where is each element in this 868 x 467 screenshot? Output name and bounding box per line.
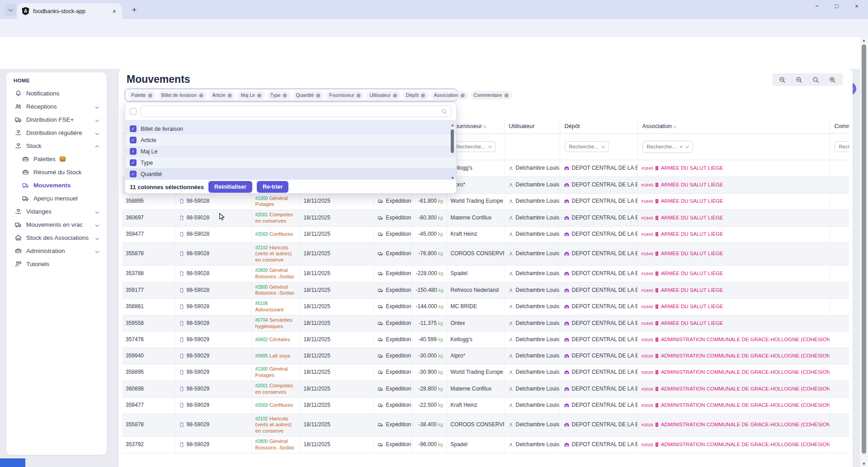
tab-close-icon[interactable]: × [111, 8, 118, 15]
column-search-input[interactable] [141, 105, 452, 117]
remove-icon[interactable]: ⊗ [504, 92, 509, 98]
cell-association[interactable]: #1840ARMÉE DU SALUT LIÈGE [637, 266, 830, 282]
table-row[interactable]: 358895 98-59029 #1300 Général Potages 18… [122, 364, 849, 381]
cell-billet[interactable]: 98-59028 [175, 266, 251, 282]
filter-chip[interactable]: Palette ⊗ [128, 91, 156, 100]
remove-icon[interactable]: ⊗ [198, 92, 203, 98]
filter-chip[interactable]: Type ⊗ [267, 91, 291, 100]
cell-billet[interactable]: 98-59029 [175, 332, 251, 348]
sidebar-item[interactable]: Administration [6, 244, 107, 257]
association-filter[interactable]: Recherche...× [642, 141, 693, 153]
cell-association[interactable]: #2026ADMINISTRATION COMMUNALE DE GRACE-H… [637, 348, 830, 364]
cell-association[interactable]: #2026ADMINISTRATION COMMUNALE DE GRACE-H… [637, 332, 830, 348]
cell-billet[interactable]: 98-59029 [175, 437, 251, 453]
table-row[interactable]: 360697 98-59028 #2001 Compotes en conser… [122, 210, 849, 227]
chevron-icon[interactable] [95, 131, 99, 134]
zoom-out-icon[interactable] [778, 76, 786, 84]
remove-icon[interactable]: ⊗ [316, 92, 321, 98]
filter-chips-bar[interactable]: Palette ⊗ Billet de livraison ⊗ Article … [125, 89, 458, 101]
table-row[interactable]: 359177 98-59028 #2800 Général Boissons -… [122, 282, 849, 299]
table-row[interactable]: 359558 98-59028 #6704 Serviettes hygiéni… [122, 315, 849, 332]
cell-billet[interactable]: 98-59029 [175, 348, 251, 364]
cell-association[interactable]: #1840ARMÉE DU SALUT LIÈGE [637, 210, 830, 227]
scroll-up-icon[interactable]: ▲ [450, 123, 455, 127]
header-utilisateur[interactable]: Utilisateur [504, 119, 560, 133]
filter-chip[interactable]: Commentaire ⊗ [471, 91, 512, 100]
column-option[interactable]: ✓ Article [125, 134, 456, 146]
sidebar-item[interactable]: Distribution FSE+ [6, 113, 107, 126]
cell-association[interactable]: #1840ARMÉE DU SALUT LIÈGE [637, 243, 830, 265]
window-maximize-button[interactable]: □ [833, 3, 841, 10]
column-option[interactable]: ✓ Type [125, 157, 456, 168]
chevron-icon[interactable] [95, 118, 99, 121]
cell-billet[interactable]: 98-59028 [175, 210, 251, 227]
table-row[interactable]: 359477 98-59029 #2003 Confitures 18/11/2… [122, 397, 849, 414]
chevron-icon[interactable] [95, 105, 99, 108]
page-scrollbar[interactable]: ▲ ▼ [860, 37, 868, 467]
sidebar-item[interactable]: Distribution régulière [6, 126, 107, 139]
sidebar-item[interactable]: Stock des Associations [6, 231, 107, 244]
table-row[interactable]: 358861 98-59028 #5106 Adoucissant 18/11/… [122, 299, 849, 315]
header-association[interactable]: Association↑↓ [637, 119, 830, 133]
cell-billet[interactable]: 98-59029 [175, 414, 251, 436]
filter-chip[interactable]: Dépôt ⊗ [403, 91, 429, 100]
sidebar-item[interactable]: Mouvements [6, 179, 107, 192]
remove-icon[interactable]: ⊗ [420, 92, 425, 98]
cell-association[interactable]: #1840ARMÉE DU SALUT LIÈGE [637, 282, 830, 299]
table-row[interactable]: 357476 98-59029 #0402 Céréales 18/11/202… [122, 332, 849, 348]
remove-icon[interactable]: ⊗ [460, 92, 465, 98]
sidebar-item[interactable]: Aperçu mensuel [6, 192, 107, 205]
cell-association[interactable]: #2026ADMINISTRATION COMMUNALE DE GRACE-H… [637, 414, 830, 436]
checkbox-checked-icon[interactable]: ✓ [130, 137, 137, 143]
table-row[interactable]: 359477 98-59028 #2003 Confitures 18/11/2… [122, 226, 849, 243]
remove-icon[interactable]: ⊗ [148, 92, 153, 98]
dropdown-scrollbar[interactable]: ▲ ▼ [450, 123, 455, 180]
sidebar-item[interactable]: Stock [6, 139, 107, 152]
remove-icon[interactable]: ⊗ [356, 92, 361, 98]
search-icon[interactable] [812, 76, 820, 84]
sort-icon[interactable]: ↑↓ [673, 124, 676, 129]
filter-chip[interactable]: Quantité ⊗ [293, 91, 324, 100]
cell-association[interactable]: #1840ARMÉE DU SALUT LIÈGE [637, 176, 830, 193]
cell-billet[interactable]: 98-59029 [175, 364, 251, 381]
column-option[interactable]: ✓ Quantité [125, 168, 456, 180]
column-option[interactable]: ✓ Maj Le [125, 146, 456, 157]
cell-association[interactable]: #2026ADMINISTRATION COMMUNALE DE GRACE-H… [637, 397, 830, 414]
cell-association[interactable]: #2026ADMINISTRATION COMMUNALE DE GRACE-H… [637, 437, 830, 453]
chevron-icon[interactable] [95, 249, 99, 253]
scroll-up-icon[interactable]: ▲ [860, 38, 868, 43]
cell-billet[interactable]: 98-59028 [175, 282, 251, 299]
cell-billet[interactable]: 98-59028 [175, 315, 251, 332]
header-commentaire[interactable]: Commentaire [830, 119, 849, 133]
checkbox-checked-icon[interactable]: ✓ [130, 148, 137, 155]
table-row[interactable]: 355878 98-59028 #2102 Haricots (verts et… [122, 243, 849, 265]
table-row[interactable]: 353788 98-59028 #2800 Général Boissons -… [122, 266, 849, 282]
sidebar-item[interactable]: Vidanges [6, 205, 107, 218]
chevron-icon[interactable] [95, 210, 99, 213]
window-minimize-button[interactable]: − [813, 3, 821, 10]
remove-icon[interactable]: ⊗ [257, 92, 262, 98]
scrollbar-thumb[interactable] [451, 129, 454, 153]
filter-chip[interactable]: Article ⊗ [209, 91, 235, 100]
chevron-icon[interactable] [95, 236, 99, 239]
column-option[interactable]: ✓ Billet de livraison [125, 123, 456, 134]
fournisseur-filter[interactable]: Recherche... [452, 141, 496, 152]
checkbox-checked-icon[interactable]: ✓ [130, 159, 137, 166]
scroll-down-icon[interactable]: ▼ [860, 462, 868, 466]
select-all-checkbox[interactable] [130, 108, 137, 115]
table-row[interactable]: 360698 98-59029 #2001 Compotes en conser… [122, 381, 849, 398]
cell-billet[interactable]: 98-59028 [175, 243, 251, 265]
remove-icon[interactable]: ⊗ [392, 92, 397, 98]
reset-button[interactable]: Reinitialiser [208, 181, 252, 193]
sidebar-item[interactable]: Résumé du Stock [6, 166, 107, 179]
filter-chip[interactable]: Maj Le ⊗ [237, 91, 264, 100]
tab-search-button[interactable] [5, 4, 16, 16]
table-row[interactable]: 353792 98-59029 #2800 Général Boissons -… [122, 437, 849, 453]
table-row[interactable]: 358895 98-59028 #1300 Général Potages 18… [122, 193, 849, 210]
scroll-down-icon[interactable]: ▼ [450, 176, 455, 180]
scrollbar-thumb[interactable] [862, 44, 866, 454]
cell-billet[interactable]: 98-59028 [175, 226, 251, 243]
cell-billet[interactable]: 98-59028 [175, 299, 251, 315]
cell-association[interactable]: #2026ADMINISTRATION COMMUNALE DE GRACE-H… [637, 381, 830, 398]
header-depot[interactable]: Dépôt [560, 119, 637, 133]
